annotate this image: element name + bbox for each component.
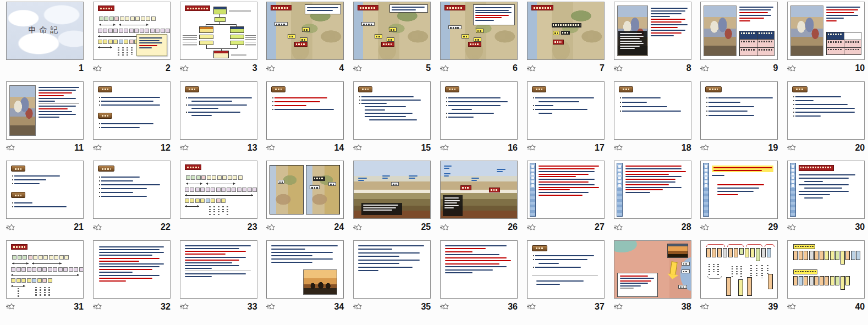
animation-star-icon[interactable] — [93, 224, 102, 231]
animation-star-icon[interactable] — [266, 144, 275, 151]
animation-star-icon[interactable] — [700, 144, 709, 151]
slide-thumbnail-1[interactable]: 申命記 — [6, 2, 84, 60]
slide-cell-5: 5 — [347, 2, 434, 81]
animation-star-icon[interactable] — [700, 65, 709, 72]
slide-thumbnail-23[interactable] — [180, 161, 257, 219]
slide-thumbnail-40[interactable] — [787, 240, 865, 299]
slide-thumbnail-28[interactable] — [614, 161, 691, 219]
animation-star-icon[interactable] — [6, 224, 15, 231]
slide-thumbnail-8[interactable] — [614, 2, 691, 60]
animation-star-icon[interactable] — [787, 65, 796, 72]
slide-thumbnail-7[interactable] — [527, 2, 605, 60]
animation-star-icon[interactable] — [440, 224, 449, 231]
animation-star-icon[interactable] — [266, 303, 275, 310]
animation-star-icon[interactable] — [353, 65, 362, 72]
slide-thumbnail-26[interactable] — [440, 161, 518, 219]
book-box — [738, 279, 743, 296]
animation-star-icon[interactable] — [93, 65, 102, 72]
animation-star-icon[interactable] — [353, 303, 362, 310]
animation-star-icon[interactable] — [787, 224, 796, 231]
slide-thumbnail-17[interactable] — [527, 81, 605, 140]
slide-thumbnail-38[interactable] — [614, 240, 691, 299]
slide-thumbnail-19[interactable] — [700, 81, 778, 140]
slide-thumbnail-3[interactable] — [180, 2, 257, 60]
slide-thumbnail-36[interactable] — [440, 240, 518, 299]
animation-star-icon[interactable] — [527, 224, 536, 231]
slide-thumbnail-6[interactable] — [440, 2, 518, 60]
slide-thumbnail-11[interactable] — [6, 81, 84, 140]
slide-cell-2: 2 — [87, 2, 174, 81]
slide-number: 27 — [595, 222, 605, 232]
slide-thumbnail-25[interactable] — [353, 161, 431, 219]
animation-star-icon[interactable] — [6, 144, 15, 151]
slide-thumbnail-31[interactable] — [6, 240, 84, 299]
animation-star-icon[interactable] — [614, 65, 623, 72]
animation-star-icon[interactable] — [353, 144, 362, 151]
slide-thumbnail-16[interactable] — [440, 81, 518, 140]
slide-number: 33 — [248, 302, 257, 312]
slide-thumbnail-20[interactable] — [787, 81, 865, 140]
animation-star-icon[interactable] — [614, 303, 623, 310]
slide-thumbnail-5[interactable] — [353, 2, 431, 60]
slide-thumbnail-32[interactable] — [93, 240, 171, 299]
slide-number: 2 — [166, 63, 171, 73]
slide-thumbnail-27[interactable] — [527, 161, 605, 219]
slide-thumbnail-29[interactable] — [700, 161, 778, 219]
slide-thumbnail-30[interactable] — [787, 161, 865, 219]
animation-star-icon[interactable] — [700, 303, 709, 310]
map-label — [448, 25, 462, 29]
animation-star-icon[interactable] — [787, 144, 796, 151]
animation-star-icon[interactable] — [93, 144, 102, 151]
chapter-boxes-row — [12, 255, 69, 260]
slide-thumbnail-18[interactable] — [614, 81, 691, 140]
slide-thumbnail-9[interactable] — [700, 2, 778, 60]
slide-thumbnail-2[interactable] — [93, 2, 171, 60]
map-label — [310, 185, 320, 189]
slide-thumbnail-10[interactable] — [787, 2, 865, 60]
animation-star-icon[interactable] — [440, 303, 449, 310]
animation-star-icon[interactable] — [353, 224, 362, 231]
animation-star-icon[interactable] — [527, 144, 536, 151]
body-text — [445, 245, 513, 274]
animation-star-icon[interactable] — [180, 65, 189, 72]
animation-star-icon[interactable] — [440, 65, 449, 72]
animation-star-icon[interactable] — [180, 303, 189, 310]
slide-thumbnail-14[interactable] — [266, 81, 344, 140]
slide-number: 30 — [855, 222, 865, 232]
slide-number: 26 — [508, 222, 518, 232]
animation-star-icon[interactable] — [6, 303, 15, 310]
map-label — [313, 177, 325, 181]
animation-star-icon[interactable] — [266, 65, 275, 72]
slide-title-box — [531, 5, 553, 10]
slide-thumbnail-39[interactable] — [700, 240, 778, 299]
slide-thumbnail-21[interactable] — [6, 161, 84, 219]
slide-cell-14: 14 — [260, 81, 347, 161]
animation-star-icon[interactable] — [614, 144, 623, 151]
slide-thumbnail-24[interactable] — [266, 161, 344, 219]
animation-star-icon[interactable] — [527, 65, 536, 72]
animation-star-icon[interactable] — [614, 224, 623, 231]
body-text — [185, 245, 253, 277]
animation-star-icon[interactable] — [787, 303, 796, 310]
body-text — [533, 255, 601, 268]
slide-thumbnail-34[interactable] — [266, 240, 344, 299]
body-text — [620, 97, 688, 112]
body-text — [39, 87, 80, 118]
slide-thumbnail-37[interactable] — [527, 240, 605, 299]
slide-thumbnail-22[interactable] — [93, 161, 171, 219]
slide-number: 15 — [421, 143, 431, 153]
animation-star-icon[interactable] — [266, 224, 275, 231]
slide-thumbnail-4[interactable] — [266, 2, 344, 60]
section-badge — [185, 86, 199, 92]
slide-thumbnail-15[interactable] — [353, 81, 431, 140]
animation-star-icon[interactable] — [527, 303, 536, 310]
animation-star-icon[interactable] — [93, 303, 102, 310]
slide-thumbnail-12[interactable] — [93, 81, 171, 140]
animation-star-icon[interactable] — [180, 144, 189, 151]
slide-thumbnail-13[interactable] — [180, 81, 257, 140]
animation-star-icon[interactable] — [700, 224, 709, 231]
animation-star-icon[interactable] — [440, 144, 449, 151]
slide-number: 36 — [508, 302, 518, 312]
slide-thumbnail-33[interactable] — [180, 240, 257, 299]
slide-thumbnail-35[interactable] — [353, 240, 431, 299]
